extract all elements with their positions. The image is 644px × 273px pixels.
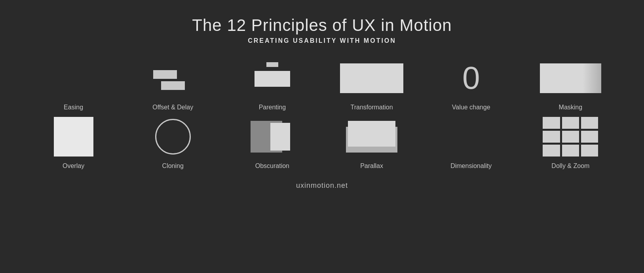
obscuration-front-rect [270,123,290,151]
footer-url: uxinmotion.net [296,181,348,190]
dimensionality-icon-area [431,115,511,158]
offset-rect-1 [153,70,177,79]
parenting-large-rect [255,71,290,87]
dolly-zoom-cell-4 [543,131,560,143]
row-2: Overlay Cloning Obscuration [24,115,620,170]
page-subtitle: CREATING USABILITY WITH MOTION [192,37,452,44]
overlay-label: Overlay [63,162,84,170]
principle-parenting: Parenting [233,56,312,111]
masking-label: Masking [559,104,583,111]
dolly-zoom-cell-9 [581,145,598,157]
dolly-zoom-cell-3 [581,117,598,129]
dolly-zoom-label: Dolly & Zoom [551,162,589,170]
dolly-zoom-cell-2 [562,117,579,129]
principle-masking: Masking [531,56,610,111]
parallax-layer-front [348,121,395,147]
value-change-icon: 0 [462,62,480,94]
offset-delay-label: Offset & Delay [152,104,193,111]
principle-obscuration: Obscuration [233,115,312,170]
dolly-zoom-cell-8 [562,145,579,157]
dolly-zoom-cell-1 [543,117,560,129]
dolly-zoom-icon-area [531,115,610,158]
parenting-icon [255,62,290,94]
principles-grid: Easing Offset & Delay Parenting [0,56,644,170]
principle-dimensionality: Dimensionality [431,115,511,170]
parenting-small-rect [266,62,278,67]
easing-label: Easing [64,104,83,111]
cloning-icon-area [133,115,213,158]
parallax-icon [344,119,399,155]
transformation-icon-area [332,56,411,100]
dolly-zoom-icon [543,117,598,157]
dimensionality-label: Dimensionality [450,162,492,170]
easing-icon [54,66,93,90]
row-1: Easing Offset & Delay Parenting [24,56,620,111]
parenting-label: Parenting [259,104,286,111]
page-header: The 12 Principles of UX in Motion CREATI… [192,16,452,44]
overlay-icon [54,117,93,157]
dimensionality-icon [451,125,491,149]
value-change-label: Value change [452,104,490,111]
principle-value-change: 0 Value change [431,56,511,111]
transformation-icon [340,63,403,93]
dolly-zoom-cell-6 [581,131,598,143]
obscuration-icon [251,119,294,155]
offset-rect-2 [161,81,185,90]
offset-delay-icon [153,66,193,90]
cloning-label: Cloning [162,162,184,170]
masking-icon [540,63,601,93]
masking-icon-area [531,56,610,100]
principle-cloning: Cloning [133,115,213,170]
principle-dolly-zoom: Dolly & Zoom [531,115,610,170]
transformation-label: Transformation [351,104,393,111]
cloning-icon [155,119,191,155]
offset-delay-icon-area [133,56,213,100]
value-change-icon-area: 0 [431,56,511,100]
dolly-zoom-cell-5 [562,131,579,143]
obscuration-label: Obscuration [255,162,289,170]
principle-overlay: Overlay [34,115,113,170]
overlay-icon-area [34,115,113,158]
principle-offset-delay: Offset & Delay [133,56,213,111]
principle-parallax: Parallax [332,115,411,170]
parallax-label: Parallax [360,162,383,170]
principle-transformation: Transformation [332,56,411,111]
principle-easing: Easing [34,56,113,111]
parenting-icon-area [233,56,312,100]
easing-icon-area [34,56,113,100]
dolly-zoom-cell-7 [543,145,560,157]
parallax-icon-area [332,115,411,158]
page-title: The 12 Principles of UX in Motion [192,16,452,35]
obscuration-icon-area [233,115,312,158]
